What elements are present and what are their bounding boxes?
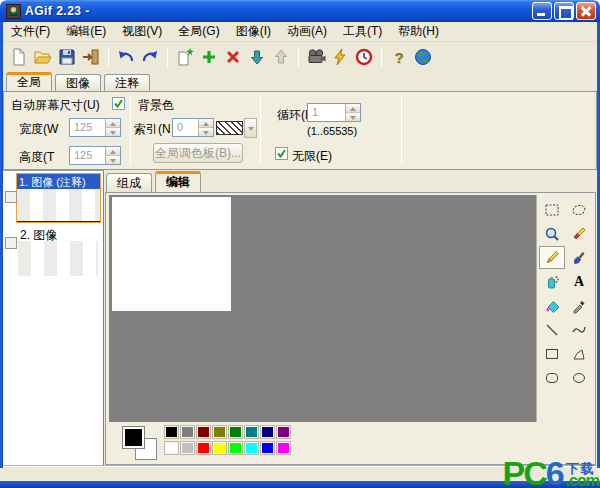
menu-view[interactable]: 视图(V) — [114, 22, 170, 41]
fill-tool[interactable] — [539, 294, 565, 317]
polygon-tool[interactable] — [566, 342, 592, 365]
color-swatch[interactable] — [197, 426, 210, 438]
color-swatch[interactable] — [181, 426, 194, 438]
tab-compose[interactable]: 组成 — [106, 173, 152, 192]
menu-bar: 文件(F) 编辑(E) 视图(V) 全局(G) 图像(I) 动画(A) 工具(T… — [3, 22, 597, 42]
lightning-icon — [330, 47, 350, 67]
frame-list-item-1[interactable]: 1. 图像 (注释) — [16, 173, 101, 223]
index-spinner[interactable]: 0 — [172, 118, 214, 137]
select-rectangle-tool[interactable] — [539, 198, 565, 221]
select-lasso-tool[interactable] — [566, 198, 592, 221]
menu-help[interactable]: 帮助(H) — [390, 22, 447, 41]
spray-tool[interactable] — [539, 270, 565, 293]
new-file-button[interactable] — [7, 45, 31, 69]
select-lasso-icon — [571, 202, 587, 218]
spin-up-icon[interactable] — [106, 147, 120, 156]
close-button[interactable] — [576, 2, 596, 20]
spin-down-icon[interactable] — [106, 128, 120, 136]
frame-2-checkbox[interactable] — [5, 237, 17, 249]
color-swatch[interactable] — [181, 442, 194, 454]
color-swatch[interactable] — [229, 426, 242, 438]
eyedropper-tool[interactable] — [566, 294, 592, 317]
color-swatch[interactable] — [261, 442, 274, 454]
redo-button[interactable] — [138, 45, 162, 69]
menu-file[interactable]: 文件(F) — [3, 22, 58, 41]
background-color-picker[interactable] — [216, 118, 258, 138]
text-tool-icon: A — [574, 274, 584, 290]
tab-comment[interactable]: 注释 — [104, 74, 150, 91]
menu-animation[interactable]: 动画(A) — [279, 22, 335, 41]
undo-button[interactable] — [114, 45, 138, 69]
move-frame-up-button[interactable] — [269, 45, 293, 69]
foreground-color-swatch[interactable] — [122, 426, 145, 449]
tab-image[interactable]: 图像 — [55, 74, 101, 91]
pencil-tool[interactable] — [539, 246, 565, 269]
ellipse-tool[interactable] — [566, 366, 592, 389]
title-bar[interactable]: AGif 2.23 - — [0, 0, 600, 22]
tab-edit[interactable]: 编辑 — [155, 171, 201, 192]
new-frame-button[interactable] — [173, 45, 197, 69]
text-tool[interactable]: A — [566, 270, 592, 293]
spin-down-icon[interactable] — [199, 128, 213, 136]
save-button[interactable] — [55, 45, 79, 69]
color-swatch[interactable] — [245, 426, 258, 438]
color-swatch[interactable] — [261, 426, 274, 438]
color-swatch[interactable] — [197, 442, 210, 454]
menu-image[interactable]: 图像(I) — [228, 22, 279, 41]
menu-tools[interactable]: 工具(T) — [335, 22, 390, 41]
play-animation-button[interactable] — [328, 45, 352, 69]
brush-tool[interactable] — [566, 246, 592, 269]
watermark-com: .com — [566, 474, 599, 488]
delete-frame-icon — [223, 47, 243, 67]
color-swatch[interactable] — [213, 442, 226, 454]
spin-up-icon[interactable] — [346, 104, 360, 113]
color-swatch[interactable] — [165, 426, 178, 438]
infinite-checkbox[interactable] — [275, 147, 288, 160]
color-swatch[interactable] — [165, 442, 178, 454]
spin-up-icon[interactable] — [106, 119, 120, 128]
eyedropper-icon — [571, 298, 587, 314]
fg-bg-color-indicator[interactable] — [122, 426, 160, 461]
rounded-rectangle-tool[interactable] — [539, 366, 565, 389]
menu-edit[interactable]: 编辑(E) — [58, 22, 114, 41]
website-button[interactable] — [411, 45, 435, 69]
loop-spinner[interactable]: 1 — [307, 103, 361, 122]
move-down-icon — [247, 47, 267, 67]
auto-screen-size-checkbox[interactable] — [112, 97, 125, 110]
frame-2-thumbnail[interactable] — [18, 241, 98, 276]
spin-down-icon[interactable] — [346, 113, 360, 121]
add-frame-button[interactable] — [197, 45, 221, 69]
preview-animation-button[interactable] — [304, 45, 328, 69]
rectangle-tool[interactable] — [539, 342, 565, 365]
minimize-button[interactable] — [532, 2, 552, 20]
global-palette-button[interactable]: 全局调色板(B)... — [153, 143, 243, 163]
background-color-label: 背景色 — [138, 97, 174, 114]
curve-tool[interactable] — [566, 318, 592, 341]
color-swatch[interactable] — [277, 442, 290, 454]
color-swatch[interactable] — [213, 426, 226, 438]
spin-down-icon[interactable] — [106, 156, 120, 164]
edit-canvas[interactable] — [109, 195, 537, 422]
move-frame-down-button[interactable] — [245, 45, 269, 69]
frame-timing-button[interactable] — [352, 45, 376, 69]
menu-global[interactable]: 全局(G) — [170, 22, 227, 41]
frame-drawing-surface[interactable] — [112, 197, 231, 311]
tab-global[interactable]: 全局 — [6, 72, 52, 91]
spin-up-icon[interactable] — [199, 119, 213, 128]
color-swatch[interactable] — [245, 442, 258, 454]
color-swatch[interactable] — [229, 442, 242, 454]
maximize-button[interactable] — [554, 2, 574, 20]
width-spinner[interactable]: 125 — [69, 118, 121, 137]
color-swatch[interactable] — [277, 426, 290, 438]
zoom-tool[interactable] — [539, 222, 565, 245]
open-file-button[interactable] — [31, 45, 55, 69]
frame-1-checkbox[interactable] — [5, 191, 17, 203]
height-spinner[interactable]: 125 — [69, 146, 121, 165]
line-tool[interactable] — [539, 318, 565, 341]
exit-button[interactable] — [79, 45, 103, 69]
delete-frame-button[interactable] — [221, 45, 245, 69]
frame-1-thumbnail[interactable] — [17, 189, 100, 222]
color-dropdown-button[interactable] — [244, 118, 257, 138]
help-button[interactable]: ? — [387, 45, 411, 69]
eraser-tool[interactable] — [566, 222, 592, 245]
